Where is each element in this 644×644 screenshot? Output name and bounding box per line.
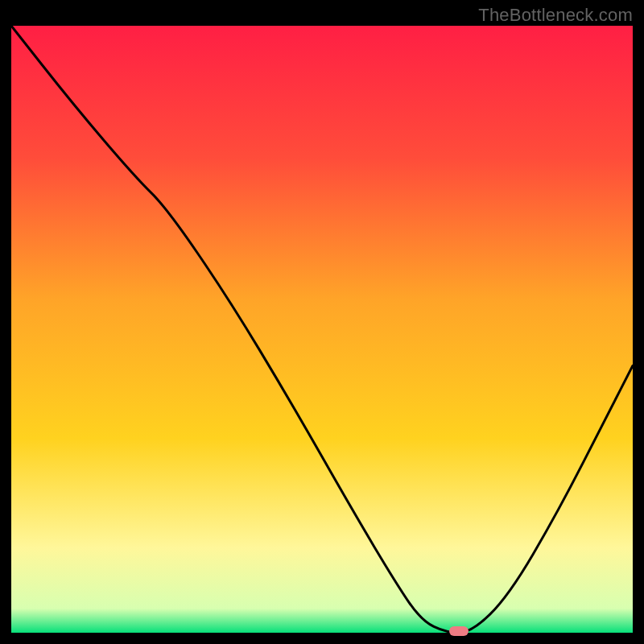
chart-frame: TheBottleneck.com [0, 0, 644, 644]
optimal-point-marker [449, 626, 469, 636]
bottleneck-plot [11, 26, 633, 633]
plot-area [11, 26, 633, 633]
watermark-text: TheBottleneck.com [478, 5, 633, 26]
